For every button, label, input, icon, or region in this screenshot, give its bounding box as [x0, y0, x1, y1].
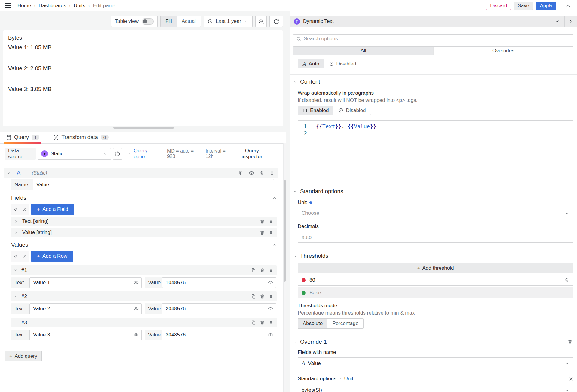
- override-unit-select[interactable]: bytes(SI): [298, 384, 573, 392]
- time-range-picker[interactable]: Last 1 year: [204, 16, 253, 27]
- options-search[interactable]: [293, 34, 573, 43]
- delete-row-icon[interactable]: [260, 294, 265, 299]
- add-row-button[interactable]: + Add a Row: [31, 251, 73, 262]
- zoom-out-button[interactable]: [255, 16, 267, 27]
- value-row-header[interactable]: #2: [11, 291, 277, 301]
- options-search-input[interactable]: [304, 36, 570, 42]
- refresh-button[interactable]: [269, 16, 283, 27]
- breadcrumb-dashboards[interactable]: Dashboards: [38, 3, 66, 9]
- table-view-switch[interactable]: [142, 18, 154, 25]
- field-row-value[interactable]: Value [string]: [11, 228, 277, 237]
- delete-field-icon[interactable]: [260, 219, 265, 224]
- table-view-toggle[interactable]: Table view: [111, 16, 158, 27]
- chevron-right-icon[interactable]: [14, 231, 18, 235]
- datasource-select[interactable]: Static: [38, 148, 111, 160]
- standard-options-header[interactable]: Standard options: [293, 188, 575, 195]
- query-options-toggle[interactable]: Query optio...: [127, 148, 161, 160]
- query-inspector-button[interactable]: Query inspector: [232, 149, 272, 159]
- tab-all[interactable]: All: [293, 47, 433, 55]
- add-field-button[interactable]: + Add a Field: [31, 204, 74, 215]
- threshold-color-dot[interactable]: [302, 291, 306, 295]
- value-input[interactable]: [162, 330, 276, 340]
- tab-overrides[interactable]: Overrides: [433, 47, 573, 55]
- tab-transform-data[interactable]: Transform data 0: [51, 134, 110, 143]
- threshold-value[interactable]: 80: [309, 277, 315, 283]
- drag-handle-icon[interactable]: [269, 320, 273, 325]
- actual-option[interactable]: Actual: [177, 16, 201, 27]
- duplicate-row-icon[interactable]: [251, 294, 256, 299]
- query-a-header[interactable]: A (Static): [4, 168, 278, 178]
- breadcrumb-home[interactable]: Home: [17, 3, 31, 9]
- override-header[interactable]: Override 1: [293, 339, 575, 345]
- drag-handle-icon[interactable]: [269, 170, 274, 176]
- unit-select[interactable]: Choose: [298, 208, 573, 219]
- breadcrumb-units[interactable]: Units: [74, 3, 85, 9]
- duplicate-row-icon[interactable]: [251, 268, 256, 273]
- collapse-fields-icon[interactable]: [272, 196, 277, 200]
- field-matcher-select[interactable]: A Value: [298, 357, 573, 369]
- text-input[interactable]: [30, 278, 141, 288]
- drag-handle-icon[interactable]: [269, 294, 273, 299]
- chevron-up-icon[interactable]: [564, 2, 573, 10]
- remove-property-icon[interactable]: [569, 377, 573, 381]
- query-options-link[interactable]: Query optio...: [134, 148, 161, 160]
- add-query-button[interactable]: + Add query: [5, 351, 42, 361]
- code-content[interactable]: {{Text}}: {{Value}}: [311, 121, 573, 178]
- value-input[interactable]: [162, 278, 276, 288]
- delete-query-icon[interactable]: [259, 170, 265, 176]
- field-row-text[interactable]: Text [string]: [11, 217, 277, 226]
- menu-toggle-icon[interactable]: [4, 3, 12, 9]
- duplicate-row-icon[interactable]: [251, 320, 256, 325]
- chevron-down-icon[interactable]: [14, 268, 17, 272]
- fill-option[interactable]: Fill: [161, 16, 177, 27]
- datasource-help-button[interactable]: [113, 148, 122, 160]
- chevron-right-icon[interactable]: [14, 220, 18, 223]
- pane-resize-handle[interactable]: [113, 127, 174, 129]
- content-section-header[interactable]: Content: [293, 78, 575, 85]
- expand-all-fields-icon[interactable]: [20, 204, 29, 215]
- chevron-down-icon[interactable]: [14, 294, 17, 298]
- discard-button[interactable]: Discard: [486, 2, 511, 10]
- disabled-option[interactable]: Disabled: [324, 59, 361, 68]
- scrollbar[interactable]: [283, 143, 286, 392]
- disabled-option[interactable]: Disabled: [333, 106, 370, 115]
- query-name-input[interactable]: [33, 179, 274, 190]
- delete-row-icon[interactable]: [260, 320, 265, 325]
- scrollbar-thumb[interactable]: [284, 180, 286, 282]
- expand-all-rows-icon[interactable]: [20, 251, 29, 262]
- chevron-down-icon[interactable]: [14, 321, 17, 324]
- drag-handle-icon[interactable]: [269, 268, 273, 273]
- toggle-options-pane-button[interactable]: [564, 16, 577, 27]
- duplicate-query-icon[interactable]: [238, 170, 244, 176]
- value-row-header[interactable]: #1: [11, 265, 277, 275]
- eye-icon[interactable]: [268, 306, 273, 311]
- text-input[interactable]: [30, 330, 141, 340]
- delete-threshold-icon[interactable]: [564, 278, 569, 283]
- decimals-input[interactable]: [298, 234, 573, 240]
- drag-handle-icon[interactable]: [269, 230, 273, 235]
- eye-icon[interactable]: [134, 333, 139, 338]
- delete-override-icon[interactable]: [567, 339, 573, 345]
- delete-row-icon[interactable]: [260, 268, 265, 273]
- delete-field-icon[interactable]: [260, 230, 265, 235]
- eye-icon[interactable]: [268, 333, 273, 338]
- threshold-color-dot[interactable]: [302, 278, 306, 282]
- save-button[interactable]: Save: [514, 2, 533, 10]
- auto-option[interactable]: A Auto: [298, 59, 324, 68]
- hide-query-icon[interactable]: [249, 170, 254, 176]
- percentage-option[interactable]: Percentage: [327, 319, 363, 328]
- absolute-option[interactable]: Absolute: [298, 319, 327, 328]
- text-input[interactable]: [30, 304, 141, 314]
- value-input[interactable]: [162, 304, 276, 314]
- eye-icon[interactable]: [134, 280, 139, 285]
- apply-button[interactable]: Apply: [536, 2, 556, 10]
- collapse-values-icon[interactable]: [272, 243, 277, 247]
- collapse-all-rows-icon[interactable]: [11, 251, 20, 262]
- add-threshold-button[interactable]: + Add threshold: [298, 263, 573, 273]
- chevron-down-icon[interactable]: [555, 19, 560, 24]
- eye-icon[interactable]: [134, 306, 139, 311]
- code-line-1[interactable]: {{Text}}: {{Value}}: [316, 123, 573, 130]
- eye-icon[interactable]: [268, 280, 273, 285]
- enabled-option[interactable]: Enabled: [298, 106, 333, 115]
- tab-query[interactable]: Query 1: [4, 134, 41, 143]
